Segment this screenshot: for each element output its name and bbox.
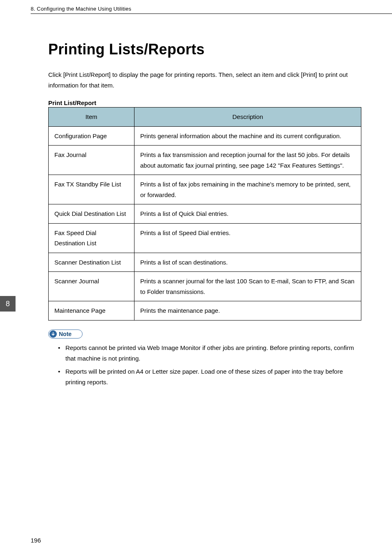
chapter-tab: 8	[0, 296, 16, 312]
page-number: 196	[31, 537, 41, 544]
table-header-row: Item Description	[49, 108, 361, 127]
col-description: Description	[134, 108, 361, 127]
cell-desc: Prints the maintenance page.	[134, 301, 361, 321]
chapter-label: 8. Configuring the Machine Using Utiliti…	[31, 6, 131, 12]
table-row: Fax TX Standby File List Prints a list o…	[49, 175, 361, 204]
down-arrow-icon	[49, 330, 57, 338]
cell-item: Fax Journal	[49, 146, 134, 175]
table-caption: Print List/Report	[48, 99, 361, 106]
page-title: Printing Lists/Reports	[48, 41, 361, 58]
page-content: Printing Lists/Reports Click [Print List…	[0, 16, 392, 388]
cell-desc: Prints a list of Speed Dial entries.	[134, 223, 361, 253]
cell-item: Fax Speed Dial Destination List	[49, 223, 134, 253]
table-row: Scanner Destination List Prints a list o…	[49, 253, 361, 272]
cell-item: Scanner Journal	[49, 272, 134, 301]
cell-item: Quick Dial Destination List	[49, 204, 134, 224]
list-item: Reports cannot be printed via Web Image …	[58, 343, 361, 364]
table-row: Scanner Journal Prints a scanner journal…	[49, 272, 361, 301]
list-item: Reports will be printed on A4 or Letter …	[58, 366, 361, 388]
cell-desc: Prints a list of scan destinations.	[134, 253, 361, 272]
table-row: Fax Journal Prints a fax transmission an…	[49, 146, 361, 175]
table-row: Quick Dial Destination List Prints a lis…	[49, 204, 361, 224]
cell-desc: Prints a list of fax jobs remaining in t…	[134, 175, 361, 204]
cell-item: Fax TX Standby File List	[49, 175, 134, 204]
cell-item: Scanner Destination List	[49, 253, 134, 272]
page-header: 8. Configuring the Machine Using Utiliti…	[0, 0, 392, 16]
note-list: Reports cannot be printed via Web Image …	[48, 339, 361, 388]
note-label: Note	[48, 330, 83, 339]
cell-desc: Prints a list of Quick Dial entries.	[134, 204, 361, 224]
cell-desc: Prints a scanner journal for the last 10…	[134, 272, 361, 301]
note-label-text: Note	[59, 331, 72, 337]
table-row: Configuration Page Prints general inform…	[49, 126, 361, 146]
note-block: Note Reports cannot be printed via Web I…	[48, 330, 361, 388]
cell-item: Configuration Page	[49, 126, 134, 146]
chapter-tab-number: 8	[6, 300, 10, 308]
intro-text: Click [Print List/Report] to display the…	[48, 70, 361, 90]
header-rule	[31, 13, 392, 14]
cell-desc: Prints a fax transmission and reception …	[134, 146, 361, 175]
print-list-report-table: Item Description Configuration Page Prin…	[48, 107, 361, 321]
table-row: Fax Speed Dial Destination List Prints a…	[49, 223, 361, 253]
col-item: Item	[49, 108, 134, 127]
cell-item: Maintenance Page	[49, 301, 134, 321]
cell-desc: Prints general information about the mac…	[134, 126, 361, 146]
table-row: Maintenance Page Prints the maintenance …	[49, 301, 361, 321]
